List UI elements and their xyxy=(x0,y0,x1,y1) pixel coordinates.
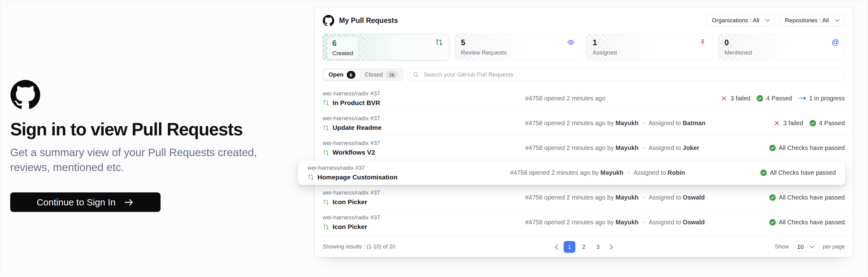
check-passed: All Checks have passed xyxy=(769,219,845,226)
pr-title[interactable]: Workflows V2 xyxy=(333,149,375,156)
git-compare-icon xyxy=(435,38,443,46)
dot-separator xyxy=(643,219,645,226)
tab-closed[interactable]: Closed 26 xyxy=(360,70,402,80)
dot-separator xyxy=(628,170,629,176)
check-label: All Checks have passed xyxy=(779,219,845,226)
check-circle-icon xyxy=(769,219,776,226)
pagination-next-button[interactable] xyxy=(607,241,616,252)
pr-checks: All Checks have passed xyxy=(769,219,845,226)
repositories-filter-label: Repositories : All xyxy=(785,17,829,24)
pr-meta: #4758 opened 2 minutes ago by Mayukh Ass… xyxy=(510,169,761,176)
check-label: 3 failed xyxy=(783,119,803,127)
tab-open[interactable]: Open 6 xyxy=(324,70,360,80)
pr-row[interactable]: wei-harness/radix #37 Update Readme #475… xyxy=(315,111,853,135)
github-logo xyxy=(10,80,40,110)
chevron-down-icon xyxy=(810,245,814,249)
pr-title[interactable]: Homepage Customisation xyxy=(317,173,398,181)
pull-request-icon xyxy=(323,124,329,131)
mention-icon: @ xyxy=(832,38,839,47)
pr-row[interactable]: wei-harness/radix #37 Icon Picker #4758 … xyxy=(315,185,853,210)
pull-requests-panel: My Pull Requests Organizations : All Rep… xyxy=(314,7,853,257)
results-text: Showing results : (1-10) of 20 xyxy=(323,244,395,250)
chevron-right-icon xyxy=(610,244,613,250)
check-circle-icon xyxy=(757,95,763,102)
mentioned-count: 0 xyxy=(724,39,752,47)
page-button-3[interactable]: 3 xyxy=(592,241,604,252)
organizations-filter-dropdown[interactable]: Organizations : All xyxy=(707,15,775,26)
closed-count-badge: 26 xyxy=(386,71,398,79)
pr-repo: wei-harness/radix #37 xyxy=(308,165,510,171)
list-toolbar: Open 6 Closed 26 xyxy=(323,68,845,81)
pr-repo: wei-harness/radix #37 xyxy=(323,214,525,221)
app-window: Sign in to view Pull Requests Get a summ… xyxy=(0,0,868,277)
pr-row[interactable]: wei-harness/radix #37 Homepage Customisa… xyxy=(298,160,845,185)
open-closed-segmented-control: Open 6 Closed 26 xyxy=(323,68,403,81)
check-circle-icon xyxy=(769,145,776,151)
pr-meta: #4758 opened 2 minutes ago by Mayukh Ass… xyxy=(525,144,769,151)
panel-footer: Showing results : (1-10) of 20 123 Show … xyxy=(315,237,853,257)
pr-author: Mayukh xyxy=(616,194,639,201)
pr-author: Mayukh xyxy=(616,219,639,226)
pr-title[interactable]: Icon Picker xyxy=(333,223,367,230)
pr-repo: wei-harness/radix #37 xyxy=(323,90,525,97)
pr-row[interactable]: wei-harness/radix #37 In Product BVR #47… xyxy=(315,86,853,111)
page-button-2[interactable]: 2 xyxy=(578,241,590,252)
pr-title[interactable]: Icon Picker xyxy=(333,198,367,206)
pr-meta: #4758 opened 2 minutes ago by Mayukh Ass… xyxy=(525,194,769,201)
pr-assignee: Oswald xyxy=(683,219,705,226)
progress-dots-icon xyxy=(798,97,806,100)
stat-card-mentioned[interactable]: 0 Mentioned @ xyxy=(718,34,845,60)
page-size-value: 10 xyxy=(797,244,804,250)
stat-card-created[interactable]: 6 Created xyxy=(323,34,450,60)
chevron-down-icon xyxy=(765,19,770,22)
check-failed: 3 failed xyxy=(721,95,750,102)
pr-assignee: Robin xyxy=(668,169,685,176)
check-label: 3 failed xyxy=(730,95,750,102)
pr-meta: #4758 opened 2 minutes ago xyxy=(525,95,721,102)
pull-request-icon xyxy=(323,199,329,205)
search-icon xyxy=(413,72,419,78)
pr-assignee: Oswald xyxy=(683,194,705,201)
pr-row[interactable]: wei-harness/radix #37 Icon Picker #4758 … xyxy=(315,210,853,234)
per-page-label: per page xyxy=(823,244,845,250)
page-size-dropdown[interactable]: 10 xyxy=(793,241,818,252)
pr-list: wei-harness/radix #37 In Product BVR #47… xyxy=(315,86,853,234)
check-label: All Checks have passed xyxy=(779,144,845,151)
search-box[interactable] xyxy=(408,68,845,81)
stat-card-assigned[interactable]: 1 Assigned xyxy=(586,34,713,60)
pr-checks: 3 failed4 Passed1 in progress xyxy=(721,95,845,102)
x-icon xyxy=(721,95,727,102)
pr-title[interactable]: In Product BVR xyxy=(333,99,380,107)
page-button-1[interactable]: 1 xyxy=(564,241,576,252)
check-passed: All Checks have passed xyxy=(761,169,836,176)
pagination-prev-button[interactable] xyxy=(552,241,561,252)
pagination: 123 xyxy=(552,241,616,252)
pr-repo: wei-harness/radix #37 xyxy=(323,115,525,122)
pr-checks: All Checks have passed xyxy=(769,194,845,201)
per-page-control: Show 10 per page xyxy=(775,241,845,252)
check-label: 1 in progress xyxy=(809,95,845,102)
signin-title: Sign in to view Pull Requests xyxy=(10,119,295,139)
pull-request-icon xyxy=(323,149,329,156)
continue-signin-button[interactable]: Continue to Sign In xyxy=(10,192,160,212)
dot-separator xyxy=(643,145,645,151)
panel-header: My Pull Requests Organizations : All Rep… xyxy=(315,7,853,26)
pr-checks: All Checks have passed xyxy=(769,144,845,151)
review-requests-label: Review Requests xyxy=(461,49,507,56)
dot-separator xyxy=(643,120,645,127)
check-progress: 1 in progress xyxy=(798,95,845,102)
check-label: 4 Passed xyxy=(766,95,792,102)
pr-meta: #4758 opened 2 minutes ago by Mayukh Ass… xyxy=(525,219,769,226)
repositories-filter-dropdown[interactable]: Repositories : All xyxy=(779,15,845,26)
search-input[interactable] xyxy=(423,71,840,78)
stat-card-review-requests[interactable]: 5 Review Requests xyxy=(455,34,581,60)
open-count-badge: 6 xyxy=(347,71,355,79)
show-label: Show xyxy=(775,244,789,250)
stats-row: 6 Created 5 Review Requests xyxy=(323,34,845,60)
check-label: All Checks have passed xyxy=(770,169,836,176)
pr-title[interactable]: Update Readme xyxy=(333,124,382,131)
pr-author: Mayukh xyxy=(616,144,639,151)
created-count: 6 xyxy=(332,39,353,47)
check-circle-icon xyxy=(809,120,816,127)
pr-row[interactable]: wei-harness/radix #37 Workflows V2 #4758… xyxy=(315,135,853,160)
